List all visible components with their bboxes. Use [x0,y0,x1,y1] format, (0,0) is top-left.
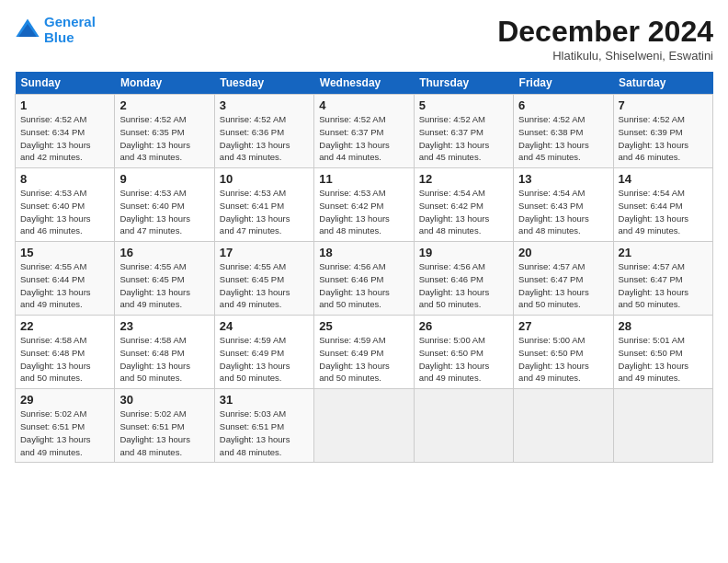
day-number: 13 [518,172,608,186]
day-info: Sunrise: 4:58 AM Sunset: 6:48 PM Dayligh… [20,334,109,385]
page-container: General Blue December 2024 Hlatikulu, Sh… [0,0,728,472]
day-number: 11 [319,172,408,186]
day-info: Sunrise: 4:57 AM Sunset: 6:47 PM Dayligh… [518,260,608,311]
day-info: Sunrise: 4:52 AM Sunset: 6:37 PM Dayligh… [319,113,408,164]
day-number: 15 [20,246,109,259]
day-info: Sunrise: 5:00 AM Sunset: 6:50 PM Dayligh… [518,334,608,385]
calendar-cell: 10Sunrise: 4:53 AM Sunset: 6:41 PM Dayli… [214,168,313,242]
day-number: 3 [220,98,309,112]
header: General Blue December 2024 Hlatikulu, Sh… [15,15,713,63]
calendar-cell [414,389,513,463]
day-number: 29 [20,393,109,407]
calendar-cell: 24Sunrise: 4:59 AM Sunset: 6:49 PM Dayli… [214,316,313,389]
calendar-cell: 21Sunrise: 4:57 AM Sunset: 6:47 PM Dayli… [613,242,712,316]
day-info: Sunrise: 4:55 AM Sunset: 6:44 PM Dayligh… [20,260,109,311]
day-number: 31 [220,393,309,407]
day-number: 6 [518,98,608,112]
calendar-cell: 29Sunrise: 5:02 AM Sunset: 6:51 PM Dayli… [16,389,115,463]
calendar-cell: 22Sunrise: 4:58 AM Sunset: 6:48 PM Dayli… [16,316,115,389]
calendar-cell: 7Sunrise: 4:52 AM Sunset: 6:39 PM Daylig… [613,95,712,168]
day-number: 4 [319,98,408,112]
day-info: Sunrise: 4:52 AM Sunset: 6:35 PM Dayligh… [119,113,209,164]
day-info: Sunrise: 4:55 AM Sunset: 6:45 PM Dayligh… [220,260,309,311]
calendar-cell: 14Sunrise: 4:54 AM Sunset: 6:44 PM Dayli… [613,168,712,242]
day-info: Sunrise: 4:52 AM Sunset: 6:37 PM Dayligh… [419,113,508,164]
day-info: Sunrise: 4:52 AM Sunset: 6:39 PM Dayligh… [619,113,708,164]
calendar-week-4: 22Sunrise: 4:58 AM Sunset: 6:48 PM Dayli… [16,316,713,389]
calendar-cell: 19Sunrise: 4:56 AM Sunset: 6:46 PM Dayli… [414,242,513,316]
day-number: 8 [20,172,109,186]
day-number: 22 [20,319,109,333]
day-number: 30 [119,393,209,407]
calendar-cell: 31Sunrise: 5:03 AM Sunset: 6:51 PM Dayli… [214,389,313,463]
day-number: 7 [619,98,708,112]
day-info: Sunrise: 4:57 AM Sunset: 6:47 PM Dayligh… [619,260,708,311]
day-info: Sunrise: 4:52 AM Sunset: 6:34 PM Dayligh… [20,113,109,164]
calendar-cell: 16Sunrise: 4:55 AM Sunset: 6:45 PM Dayli… [115,242,214,316]
calendar-cell: 11Sunrise: 4:53 AM Sunset: 6:42 PM Dayli… [314,168,414,242]
calendar-cell [314,389,414,463]
day-number: 10 [220,172,309,186]
calendar-cell: 1Sunrise: 4:52 AM Sunset: 6:34 PM Daylig… [16,95,115,168]
header-friday: Friday [514,72,613,95]
day-number: 14 [619,172,708,186]
day-number: 1 [20,98,109,112]
day-info: Sunrise: 4:58 AM Sunset: 6:48 PM Dayligh… [119,334,209,385]
calendar-cell: 12Sunrise: 4:54 AM Sunset: 6:42 PM Dayli… [414,168,513,242]
logo: General Blue [15,15,96,45]
day-info: Sunrise: 5:02 AM Sunset: 6:51 PM Dayligh… [119,408,209,458]
day-number: 9 [119,172,209,186]
day-info: Sunrise: 4:53 AM Sunset: 6:42 PM Dayligh… [319,187,408,237]
day-number: 5 [419,98,508,112]
day-number: 16 [119,246,209,259]
day-number: 2 [119,98,209,112]
header-saturday: Saturday [613,72,712,95]
day-number: 18 [319,246,408,259]
day-number: 28 [619,319,708,333]
header-sunday: Sunday [16,72,115,95]
calendar-cell [613,389,712,463]
day-number: 21 [619,246,708,259]
calendar-cell: 13Sunrise: 4:54 AM Sunset: 6:43 PM Dayli… [514,168,613,242]
day-number: 26 [419,319,508,333]
day-number: 17 [220,246,309,259]
day-info: Sunrise: 4:59 AM Sunset: 6:49 PM Dayligh… [220,334,309,385]
calendar-cell: 5Sunrise: 4:52 AM Sunset: 6:37 PM Daylig… [414,95,513,168]
calendar-cell: 25Sunrise: 4:59 AM Sunset: 6:49 PM Dayli… [314,316,414,389]
day-number: 27 [518,319,608,333]
day-info: Sunrise: 4:53 AM Sunset: 6:40 PM Dayligh… [20,187,109,237]
day-info: Sunrise: 4:59 AM Sunset: 6:49 PM Dayligh… [319,334,408,385]
header-monday: Monday [115,72,214,95]
calendar-cell: 15Sunrise: 4:55 AM Sunset: 6:44 PM Dayli… [16,242,115,316]
calendar-cell: 23Sunrise: 4:58 AM Sunset: 6:48 PM Dayli… [115,316,214,389]
day-info: Sunrise: 4:54 AM Sunset: 6:44 PM Dayligh… [619,187,708,237]
calendar-cell: 17Sunrise: 4:55 AM Sunset: 6:45 PM Dayli… [214,242,313,316]
calendar-cell: 2Sunrise: 4:52 AM Sunset: 6:35 PM Daylig… [115,95,214,168]
calendar-cell: 9Sunrise: 4:53 AM Sunset: 6:40 PM Daylig… [115,168,214,242]
calendar-cell: 3Sunrise: 4:52 AM Sunset: 6:36 PM Daylig… [214,95,313,168]
logo-text: General Blue [44,15,96,45]
day-info: Sunrise: 4:53 AM Sunset: 6:41 PM Dayligh… [220,187,309,237]
location-subtitle: Hlatikulu, Shiselweni, Eswatini [497,49,713,63]
header-thursday: Thursday [414,72,513,95]
day-number: 19 [419,246,508,259]
day-info: Sunrise: 4:52 AM Sunset: 6:38 PM Dayligh… [518,113,608,164]
day-number: 23 [119,319,209,333]
title-block: December 2024 Hlatikulu, Shiselweni, Esw… [497,15,713,63]
calendar-cell: 27Sunrise: 5:00 AM Sunset: 6:50 PM Dayli… [514,316,613,389]
day-info: Sunrise: 5:02 AM Sunset: 6:51 PM Dayligh… [20,408,109,458]
logo-line1: General [44,14,96,29]
day-number: 20 [518,246,608,259]
calendar-week-1: 1Sunrise: 4:52 AM Sunset: 6:34 PM Daylig… [16,95,713,168]
calendar-week-2: 8Sunrise: 4:53 AM Sunset: 6:40 PM Daylig… [16,168,713,242]
day-info: Sunrise: 4:54 AM Sunset: 6:43 PM Dayligh… [518,187,608,237]
calendar-cell: 8Sunrise: 4:53 AM Sunset: 6:40 PM Daylig… [16,168,115,242]
header-wednesday: Wednesday [314,72,414,95]
day-info: Sunrise: 4:56 AM Sunset: 6:46 PM Dayligh… [419,260,508,311]
calendar-cell: 30Sunrise: 5:02 AM Sunset: 6:51 PM Dayli… [115,389,214,463]
day-info: Sunrise: 4:55 AM Sunset: 6:45 PM Dayligh… [119,260,209,311]
calendar-table: SundayMondayTuesdayWednesdayThursdayFrid… [15,72,713,463]
calendar-cell: 18Sunrise: 4:56 AM Sunset: 6:46 PM Dayli… [314,242,414,316]
calendar-header-row: SundayMondayTuesdayWednesdayThursdayFrid… [16,72,713,95]
day-info: Sunrise: 4:52 AM Sunset: 6:36 PM Dayligh… [220,113,309,164]
